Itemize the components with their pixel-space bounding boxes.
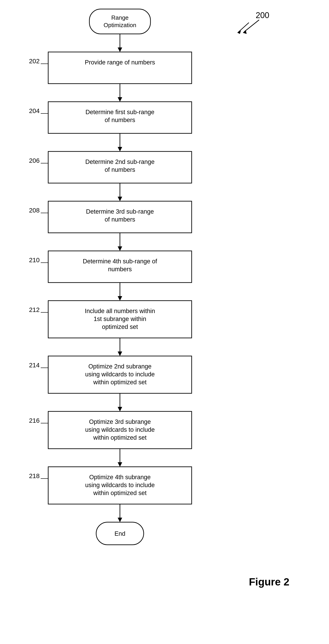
svg-text:212: 212 xyxy=(29,306,40,313)
svg-marker-33 xyxy=(118,246,122,251)
svg-text:Provide range of numbers: Provide range of numbers xyxy=(85,59,155,66)
svg-text:204: 204 xyxy=(29,107,40,114)
svg-text:using wildcards to include: using wildcards to include xyxy=(85,426,155,433)
svg-text:208: 208 xyxy=(29,207,40,214)
svg-text:Range: Range xyxy=(111,14,129,21)
svg-text:214: 214 xyxy=(29,362,40,369)
svg-text:210: 210 xyxy=(29,256,40,264)
svg-marker-72 xyxy=(118,518,122,522)
svg-text:Determine first sub-range: Determine first sub-range xyxy=(86,109,155,116)
svg-text:within optimized set: within optimized set xyxy=(93,434,147,441)
svg-text:of numbers: of numbers xyxy=(105,166,135,173)
svg-text:using wildcards to include: using wildcards to include xyxy=(85,482,155,488)
svg-text:End: End xyxy=(115,530,125,537)
svg-text:206: 206 xyxy=(29,157,40,164)
svg-text:Determine 4th sub-range of: Determine 4th sub-range of xyxy=(83,258,157,265)
svg-rect-7 xyxy=(48,52,192,84)
svg-text:of numbers: of numbers xyxy=(105,216,135,223)
svg-text:Optimize 3rd subrange: Optimize 3rd subrange xyxy=(89,418,151,425)
diagram-container: Range Optimization Provide range of numb… xyxy=(0,0,329,644)
svg-marker-26 xyxy=(118,197,122,201)
svg-text:216: 216 xyxy=(29,417,40,424)
svg-text:Determine 3rd sub-range: Determine 3rd sub-range xyxy=(86,208,154,215)
svg-marker-40 xyxy=(118,296,122,301)
flowchart-svg: Range Optimization Provide range of numb… xyxy=(0,0,329,644)
svg-line-0 xyxy=(238,22,249,33)
svg-line-77 xyxy=(244,20,259,32)
svg-text:202: 202 xyxy=(29,58,40,65)
svg-text:optimized set: optimized set xyxy=(102,324,138,330)
svg-text:218: 218 xyxy=(29,472,40,480)
svg-text:of numbers: of numbers xyxy=(105,117,135,124)
svg-text:using wildcards to include: using wildcards to include xyxy=(85,371,155,378)
svg-text:Figure 2: Figure 2 xyxy=(249,576,289,588)
svg-marker-48 xyxy=(118,352,122,356)
svg-text:numbers: numbers xyxy=(108,266,132,272)
svg-marker-19 xyxy=(118,147,122,152)
svg-marker-64 xyxy=(118,462,122,467)
svg-text:Determine 2nd sub-range: Determine 2nd sub-range xyxy=(85,158,155,165)
svg-text:1st subrange within: 1st subrange within xyxy=(94,316,146,322)
svg-text:within optimized set: within optimized set xyxy=(93,379,147,386)
svg-marker-6 xyxy=(118,48,122,52)
svg-text:within optimized set: within optimized set xyxy=(93,490,147,496)
svg-text:Optimize 4th subrange: Optimize 4th subrange xyxy=(89,474,151,480)
svg-text:200: 200 xyxy=(256,10,269,20)
svg-marker-56 xyxy=(118,407,122,412)
svg-marker-12 xyxy=(118,97,122,102)
svg-text:Optimize 2nd subrange: Optimize 2nd subrange xyxy=(88,363,151,370)
svg-text:Optimization: Optimization xyxy=(104,22,136,28)
svg-rect-2 xyxy=(89,9,150,34)
svg-text:Include all numbers within: Include all numbers within xyxy=(85,308,155,314)
